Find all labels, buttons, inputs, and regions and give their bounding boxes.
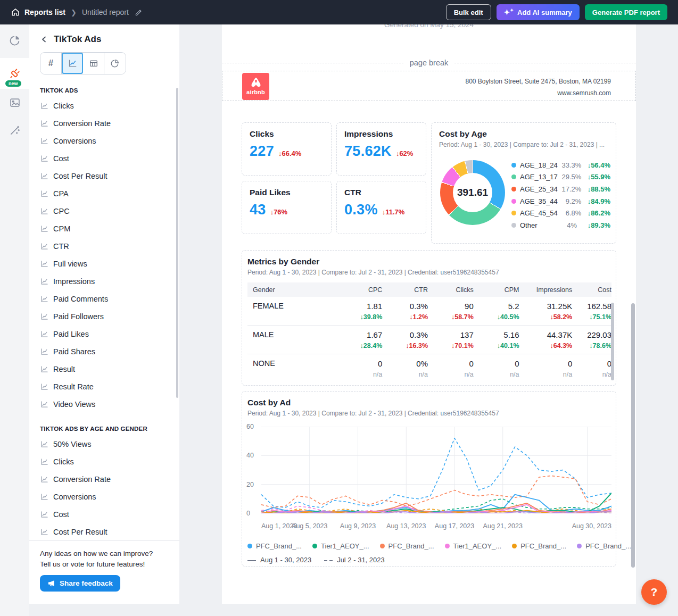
table-header-cell: CPM — [474, 286, 519, 294]
table-row: FEMALE1.81↓39.8%0.3%↓1.2%90↓58.7%5.2↓40.… — [247, 297, 611, 326]
page-break-line — [454, 63, 636, 63]
generate-pdf-button[interactable]: Generate PDF report — [585, 4, 667, 20]
age-segment-pct: 33.3% — [561, 161, 581, 169]
metric-cell: 1.81↓39.8% — [337, 302, 383, 321]
line-chart-icon — [40, 347, 48, 356]
sidebar-widget-item-label: Cost — [53, 154, 69, 163]
add-ai-summary-button[interactable]: ✦✦ Add AI summary — [497, 4, 580, 20]
sidebar-widget-item[interactable]: Paid Likes — [40, 325, 170, 343]
brand-address: 800 Boylston Street, Suite 2475, Boston,… — [465, 76, 611, 99]
sidebar-back[interactable]: TikTok Ads — [40, 34, 170, 45]
x-axis-tick-label: Aug 30, 2023 — [572, 522, 611, 530]
age-segment-pct: 9.2% — [561, 197, 581, 205]
toggle-pie-chart-widget[interactable] — [104, 53, 126, 74]
line-chart-icon — [40, 330, 48, 338]
sidebar-widget-item[interactable]: Result Rate — [40, 378, 170, 395]
sidebar-widget-item[interactable]: 50% Views — [40, 435, 170, 453]
pie-chart-widget-icon — [110, 59, 120, 68]
metric-cell: 31.25K↓58.2% — [519, 302, 573, 321]
age-segment-delta: ↓84.9% — [585, 197, 610, 205]
report-title[interactable]: Untitled report — [82, 8, 129, 16]
table-scrollbar[interactable] — [611, 303, 614, 380]
sidebar-widget-item[interactable]: Cost — [40, 505, 170, 523]
address-line-2: www.semrush.com — [465, 87, 611, 99]
main-scrollbar[interactable] — [631, 303, 635, 568]
sidebar-widget-item[interactable]: Full views — [40, 255, 170, 272]
y-axis-tick-label: 40 — [246, 452, 254, 459]
rail-item-ai-tools[interactable] — [0, 116, 29, 144]
metric-cell: 0n/a — [337, 359, 383, 378]
edit-pencil-icon[interactable] — [134, 8, 143, 17]
reports-list-link[interactable]: Reports list — [11, 7, 65, 17]
sidebar-widget-item[interactable]: Clicks — [40, 453, 170, 470]
sidebar-widget-item[interactable]: Clicks — [40, 97, 170, 114]
help-button[interactable]: ? — [641, 579, 667, 605]
line-chart-icon — [40, 119, 48, 128]
sidebar-widget-item-label: CPM — [53, 224, 70, 233]
sidebar-widget-item[interactable]: Cost Per Result — [40, 167, 170, 185]
new-badge: new — [5, 80, 21, 87]
age-segment-pct: 29.5% — [561, 173, 581, 181]
sidebar-widget-item[interactable]: Impressions — [40, 272, 170, 290]
brand-header-widget[interactable]: airbnb 800 Boylston Street, Suite 2475, … — [222, 71, 636, 101]
sidebar-widget-item[interactable]: Conversion Rate — [40, 114, 170, 132]
sidebar-widget-item[interactable]: Conversions — [40, 132, 170, 149]
metric-cell: 1.67↓28.4% — [337, 330, 383, 349]
series-legend-label: PFC_Brand_... — [585, 542, 631, 550]
sidebar-widget-item-label: Clicks — [53, 457, 74, 466]
rail-item-integrations[interactable]: new — [0, 58, 29, 89]
sidebar-widget-item[interactable]: Result — [40, 360, 170, 378]
sidebar-widget-item[interactable]: Cost Per Result — [40, 523, 170, 540]
series-legend-item: Tier1_AEOY_... — [445, 542, 502, 550]
back-chevron-icon — [40, 35, 48, 44]
line-chart-icon — [40, 440, 48, 448]
sidebar-widget-item[interactable]: CPA — [40, 185, 170, 202]
kpi-widget-impressions[interactable]: Impressions75.62K↓62% — [336, 122, 426, 176]
sidebar-widget-item[interactable]: Video Views — [40, 395, 170, 413]
feedback-line-1: Any ideas on how we can improve? — [40, 548, 169, 559]
kpi-widget-paid-likes[interactable]: Paid Likes43↓76% — [242, 181, 332, 234]
rail-item-images[interactable] — [0, 89, 29, 116]
legend-dot-icon — [247, 544, 252, 548]
toggle-line-chart-widget[interactable] — [62, 53, 83, 74]
sidebar-widget-item-label: Clicks — [53, 102, 74, 110]
kpi-title: Impressions — [344, 129, 418, 139]
kpi-widget-ctr[interactable]: CTR0.3%↓11.7% — [336, 181, 426, 234]
donut-center-total: 391.61 — [457, 187, 488, 198]
sidebar-widget-item-label: Cost Per Result — [53, 172, 108, 180]
rail-item-reports[interactable] — [0, 27, 29, 54]
sidebar-widget-item[interactable]: CPM — [40, 220, 170, 237]
sidebar-scrollbar[interactable] — [176, 88, 178, 398]
age-legend-row: Other4%↓89.3% — [511, 219, 610, 231]
line-chart-icon — [40, 207, 48, 215]
sidebar-widget-sections: TIKTOK ADSClicksConversion RateConversio… — [40, 87, 170, 540]
cost-by-ad-widget[interactable]: Cost by Ad Period: Aug 1 - 30, 2023 | Co… — [242, 391, 616, 567]
metrics-by-gender-widget[interactable]: Metrics by Gender Period: Aug 1 - 30, 20… — [242, 250, 616, 386]
series-legend: PFC_Brand_...Tier1_AEOY_...PFC_Brand_...… — [247, 542, 610, 550]
toggle-number-widget[interactable]: # — [40, 53, 62, 74]
bulk-edit-button[interactable]: Bulk edit — [446, 4, 491, 20]
metrics-by-gender-table: GenderCPCCTRClicksCPMImpressionsCostFEMA… — [247, 282, 611, 382]
page-break-widget[interactable]: page break — [222, 59, 636, 67]
metric-cell: 0.3%↓1.2% — [382, 302, 428, 321]
share-feedback-button[interactable]: Share feedback — [40, 575, 120, 592]
sidebar-widget-item-label: Conversions — [53, 493, 96, 501]
sidebar-widget-item[interactable]: Paid Shares — [40, 343, 170, 360]
sidebar-widget-item[interactable]: CTR — [40, 237, 170, 255]
legend-dot-icon — [380, 544, 385, 548]
sidebar-widget-item[interactable]: CPC — [40, 202, 170, 220]
sidebar-widget-item[interactable]: Cost — [40, 149, 170, 167]
gender-cell: NONE — [247, 359, 337, 378]
sidebar-widget-item[interactable]: Conversion Rate — [40, 470, 170, 488]
age-segment-label: AGE_35_44 — [520, 197, 558, 205]
sidebar-widget-item[interactable]: Paid Comments — [40, 290, 170, 307]
sidebar-widget-item[interactable]: Conversions — [40, 488, 170, 505]
toggle-table-widget[interactable] — [83, 53, 104, 74]
table-header-cell: Cost — [572, 286, 611, 294]
sidebar-widget-item[interactable]: Paid Followers — [40, 307, 170, 325]
metric-cell: 44.37K↓64.3% — [519, 330, 573, 349]
kpi-widget-clicks[interactable]: Clicks227↓66.4% — [242, 122, 332, 176]
cost-by-age-widget[interactable]: Cost by Age Period: Aug 1 - 30, 2023 | C… — [431, 122, 616, 244]
x-axis-labels: Aug 1, 2023Aug 5, 2023Aug 9, 2023Aug 13,… — [261, 522, 611, 531]
kpi-title: Clicks — [250, 129, 324, 139]
